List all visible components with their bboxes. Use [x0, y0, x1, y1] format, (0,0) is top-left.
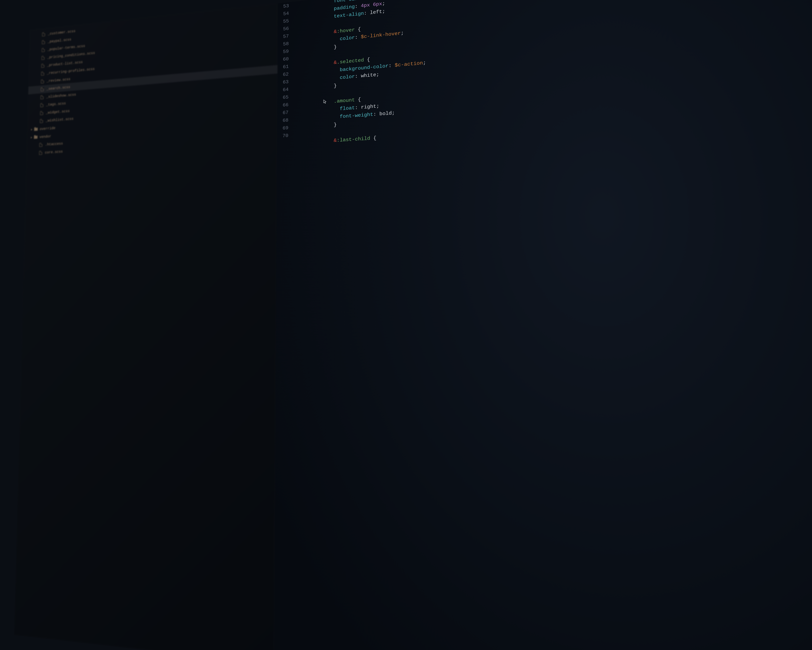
line-number: 56	[278, 25, 289, 34]
token-num: 4px	[361, 2, 370, 9]
token-prop: color	[334, 74, 355, 81]
file-tree-item-label: _paypal.scss	[47, 37, 71, 44]
line-number: 59	[278, 47, 289, 56]
token-pseudo: .selected	[337, 57, 364, 65]
token-punc: }	[334, 122, 337, 128]
token-punc: :	[355, 73, 361, 79]
file-icon	[40, 103, 43, 107]
token-pseudo: .amount	[334, 97, 355, 104]
line-number: 62	[277, 70, 288, 79]
file-tree-item-label: _widget.scss	[46, 109, 70, 115]
token-punc: ;	[423, 60, 426, 66]
token-punc: :	[355, 3, 361, 9]
file-explorer-sidebar[interactable]: _customer.scss_paypal.scss_popular-terms…	[14, 3, 278, 650]
token-amp: &	[334, 138, 337, 143]
chevron-right-icon	[31, 129, 32, 130]
file-icon	[40, 95, 44, 99]
line-number: 68	[277, 116, 288, 125]
token-punc: {	[355, 26, 361, 32]
folder-icon	[34, 128, 38, 131]
token-kw: right	[361, 104, 376, 110]
folder-icon	[34, 136, 38, 139]
file-icon	[40, 111, 43, 115]
line-number: 57	[278, 32, 289, 41]
code-editor[interactable]: 535455565758596061626364656667686970 fon…	[274, 0, 812, 650]
token-punc: ;	[376, 103, 379, 109]
token-num: 6px	[373, 1, 382, 8]
file-tree-item-label: _tags.scss	[46, 101, 66, 107]
line-number: 69	[277, 124, 288, 132]
token-amp: &	[334, 29, 337, 34]
line-number: 66	[277, 101, 288, 110]
token-punc: {	[355, 97, 361, 103]
file-icon	[42, 48, 45, 52]
line-number: 61	[277, 63, 288, 71]
line-number: 63	[277, 78, 288, 87]
file-icon	[41, 64, 44, 68]
line-number: 67	[277, 109, 288, 117]
file-icon	[39, 151, 42, 155]
line-number: 58	[278, 40, 289, 49]
file-tree-item-label: core.scss	[45, 150, 63, 155]
token-punc: ;	[392, 110, 395, 116]
line-number: 65	[277, 93, 288, 102]
token-punc: }	[334, 83, 337, 89]
token-punc	[370, 2, 373, 8]
token-punc: :	[361, 0, 367, 1]
token-prop: float	[334, 105, 355, 112]
file-icon	[41, 56, 45, 60]
file-icon	[42, 40, 45, 44]
token-amp: &	[334, 60, 337, 65]
token-punc: :	[355, 105, 361, 111]
folder-tree-item-label: vendor	[39, 134, 51, 139]
file-tree-item-label: .htaccess	[45, 141, 63, 147]
editor-app: _customer.scss_paypal.scss_popular-terms…	[14, 0, 812, 650]
token-punc: :	[373, 111, 379, 117]
token-prop: color	[334, 35, 355, 42]
line-number: 53	[278, 2, 289, 11]
line-number: 64	[277, 86, 288, 94]
token-pseudo: :last-child	[337, 136, 370, 143]
file-icon	[39, 143, 43, 147]
token-punc: {	[364, 57, 370, 63]
file-tree-item-label: _product-list.scss	[47, 60, 82, 67]
token-punc: ;	[401, 30, 404, 36]
line-number: 70	[277, 132, 288, 140]
file-icon	[41, 80, 44, 84]
chevron-right-icon	[31, 137, 32, 138]
file-tree-item-label: _slideshow.scss	[46, 92, 76, 99]
token-pseudo: :hover	[337, 27, 355, 34]
code-area[interactable]: font-size: $font-size-xs;padding: 4px 6p…	[290, 0, 812, 650]
file-tree-item-label: _wishlist.scss	[46, 117, 73, 123]
token-kw: left	[370, 9, 382, 15]
token-punc: :	[388, 63, 395, 69]
file-tree[interactable]: _customer.scss_paypal.scss_popular-terms…	[27, 6, 278, 158]
token-punc: ;	[382, 1, 385, 6]
token-punc: {	[370, 135, 377, 141]
token-punc: :	[355, 34, 361, 40]
file-icon	[42, 32, 45, 37]
file-icon	[40, 119, 43, 123]
file-tree-item-label: _search.scss	[46, 85, 70, 91]
token-punc: }	[334, 44, 337, 50]
token-punc: ;	[376, 72, 379, 78]
token-punc: :	[364, 10, 370, 16]
folder-tree-item-label: override	[40, 126, 55, 131]
line-number: 55	[278, 17, 289, 26]
token-prop: padding	[334, 4, 355, 12]
token-var: $c-action	[395, 60, 423, 68]
token-prop: font-weight	[334, 112, 373, 120]
line-number: 54	[278, 9, 289, 18]
file-tree-item-label: _review.scss	[47, 77, 70, 83]
token-kw: bold	[379, 110, 392, 117]
file-tree-item-label: _customer.scss	[48, 29, 76, 36]
file-icon	[41, 72, 44, 76]
token-punc: ;	[382, 8, 385, 14]
token-kw: white	[361, 72, 376, 79]
file-icon	[41, 87, 44, 91]
line-number: 60	[278, 55, 289, 64]
